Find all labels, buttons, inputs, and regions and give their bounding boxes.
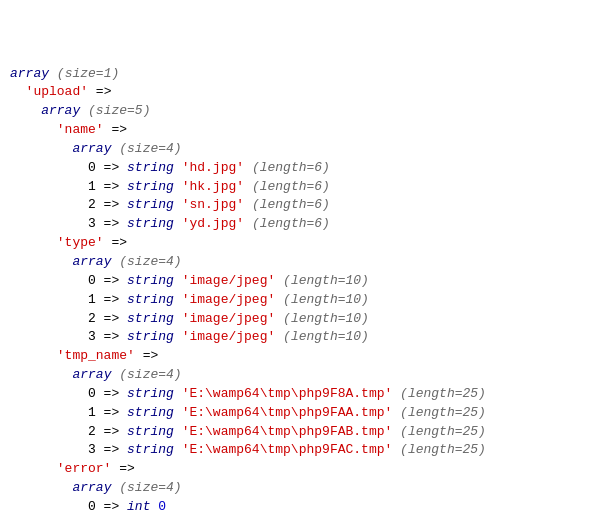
code-line: 0 => int 0 bbox=[10, 498, 581, 517]
code-line: array (size=4) bbox=[10, 140, 581, 159]
code-line: 1 => string 'image/jpeg' (length=10) bbox=[10, 291, 581, 310]
code-line: 2 => string 'sn.jpg' (length=6) bbox=[10, 196, 581, 215]
code-line: 0 => string 'image/jpeg' (length=10) bbox=[10, 272, 581, 291]
code-line: 'tmp_name' => bbox=[10, 347, 581, 366]
code-line: 3 => string 'yd.jpg' (length=6) bbox=[10, 215, 581, 234]
code-line: 1 => string 'E:\wamp64\tmp\php9FAA.tmp' … bbox=[10, 404, 581, 423]
code-line: array (size=4) bbox=[10, 366, 581, 385]
code-line: 'upload' => bbox=[10, 83, 581, 102]
code-line: array (size=4) bbox=[10, 479, 581, 498]
code-line: 1 => string 'hk.jpg' (length=6) bbox=[10, 178, 581, 197]
code-line: 'name' => bbox=[10, 121, 581, 140]
code-line: 0 => string 'E:\wamp64\tmp\php9F8A.tmp' … bbox=[10, 385, 581, 404]
code-line: 'type' => bbox=[10, 234, 581, 253]
code-line: array (size=1) bbox=[10, 65, 581, 84]
code-lines-container: array (size=1) 'upload' => array (size=5… bbox=[10, 65, 581, 520]
code-line: 0 => string 'hd.jpg' (length=6) bbox=[10, 159, 581, 178]
code-line: 3 => string 'E:\wamp64\tmp\php9FAC.tmp' … bbox=[10, 441, 581, 460]
code-line: 3 => string 'image/jpeg' (length=10) bbox=[10, 328, 581, 347]
code-line: 2 => string 'E:\wamp64\tmp\php9FAB.tmp' … bbox=[10, 423, 581, 442]
code-line: 'error' => bbox=[10, 460, 581, 479]
code-output bbox=[10, 8, 581, 65]
code-line: array (size=5) bbox=[10, 102, 581, 121]
code-line: array (size=4) bbox=[10, 253, 581, 272]
code-line: 2 => string 'image/jpeg' (length=10) bbox=[10, 310, 581, 329]
